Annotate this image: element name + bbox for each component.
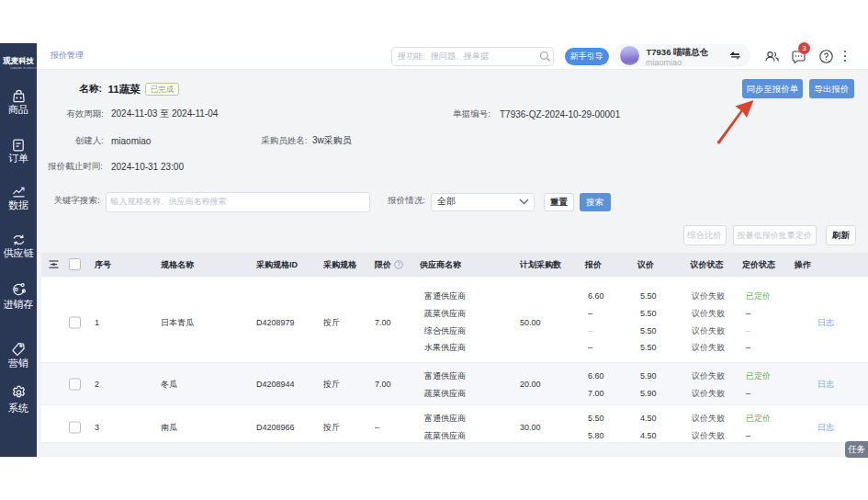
svg-text:?: ? [397,262,400,268]
